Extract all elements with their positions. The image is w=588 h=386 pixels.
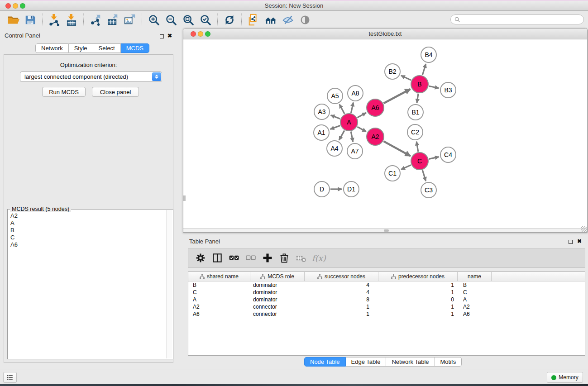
graph-node-B[interactable]: B: [411, 75, 429, 93]
mcds-result-item[interactable]: C: [10, 234, 173, 241]
graph-node-B1[interactable]: B1: [407, 104, 424, 120]
graph-edge-B-B2[interactable]: [401, 76, 411, 80]
column-header-shared-name[interactable]: shared name: [188, 272, 250, 281]
graph-node-A8[interactable]: A8: [347, 85, 363, 101]
save-session-button[interactable]: [22, 13, 39, 27]
run-mcds-button[interactable]: Run MCDS: [42, 87, 86, 97]
graph-edge-B-B4[interactable]: [422, 64, 426, 75]
import-table-button[interactable]: [63, 13, 80, 27]
graph-node-B3[interactable]: B3: [440, 82, 456, 98]
tab-network[interactable]: Network: [35, 43, 69, 53]
graph-node-C1[interactable]: C1: [384, 165, 401, 181]
network-vertical-scrollbar-thumb[interactable]: [183, 195, 186, 201]
mcds-result-item[interactable]: A6: [10, 241, 173, 248]
table-tab-node-table[interactable]: Node Table: [304, 357, 346, 367]
table-panel-close-button[interactable]: ✖: [576, 238, 583, 244]
result-scrollbar[interactable]: [166, 210, 172, 358]
graph-node-A4[interactable]: A4: [326, 140, 343, 157]
control-panel-close-button[interactable]: ✖: [167, 33, 173, 39]
select-all-button[interactable]: [226, 250, 242, 266]
import-network-button[interactable]: [46, 13, 63, 27]
window-resize-grip[interactable]: [581, 226, 587, 232]
network-window-titlebar[interactable]: testGlobe.txt: [183, 29, 587, 39]
delete-table-button[interactable]: [293, 250, 309, 266]
mcds-result-item[interactable]: B: [10, 227, 173, 234]
show-column-button[interactable]: [210, 250, 225, 266]
tab-select[interactable]: Select: [93, 43, 121, 53]
table-tab-motifs[interactable]: Motifs: [435, 357, 462, 367]
tab-mcds[interactable]: MCDS: [121, 43, 149, 53]
graph-edge-A-A3[interactable]: [331, 115, 340, 119]
graph-node-A1[interactable]: A1: [313, 124, 330, 141]
table-tab-network-table[interactable]: Network Table: [386, 357, 435, 367]
network-horizontal-scrollbar-thumb[interactable]: [384, 229, 389, 232]
graph-node-A[interactable]: A: [340, 113, 358, 131]
graph-edge-A-A6[interactable]: [357, 113, 366, 118]
control-panel-float-button[interactable]: [158, 33, 165, 39]
minimize-window-button[interactable]: [13, 3, 18, 9]
tab-style[interactable]: Style: [69, 43, 93, 53]
graph-node-A7[interactable]: A7: [347, 143, 363, 159]
graph-node-C[interactable]: C: [411, 152, 429, 170]
zoom-window-button[interactable]: [20, 3, 25, 9]
graph-node-A5[interactable]: A5: [327, 88, 343, 104]
table-row[interactable]: Bdominator41B: [188, 281, 585, 289]
task-history-button[interactable]: [3, 372, 17, 383]
graph-node-C4[interactable]: C4: [440, 147, 456, 163]
network-close-button[interactable]: [191, 31, 196, 37]
deselect-all-button[interactable]: [243, 250, 258, 266]
network-minimize-button[interactable]: [198, 31, 203, 37]
graph-node-C3[interactable]: C3: [421, 182, 437, 198]
refresh-layout-button[interactable]: [221, 13, 238, 27]
graph-edge-A2-C[interactable]: [383, 141, 411, 156]
graph-edge-A-A1[interactable]: [330, 125, 340, 129]
network-overview-button[interactable]: [262, 13, 279, 27]
graph-node-A6[interactable]: A6: [366, 99, 384, 117]
table-panel-float-button[interactable]: [567, 238, 574, 245]
network-zoom-button[interactable]: [205, 31, 210, 37]
column-header-MCDS-role[interactable]: MCDS role: [250, 272, 305, 281]
zoom-in-button[interactable]: [145, 13, 163, 27]
export-image-button[interactable]: [121, 13, 139, 27]
table-row[interactable]: Cdominator41C: [188, 289, 585, 296]
graph-node-D[interactable]: D: [314, 181, 330, 197]
column-header-successor-nodes[interactable]: successor nodes: [305, 272, 378, 281]
mcds-result-item[interactable]: A: [10, 219, 173, 227]
column-header-predecessor-nodes[interactable]: predecessor nodes: [378, 272, 458, 281]
network-canvas[interactable]: B4B2BB3A5A8A6A3B1AA1C2A2A4A7C4CC1DD1C3: [183, 40, 587, 228]
graph-node-A3[interactable]: A3: [314, 104, 330, 120]
column-header-name[interactable]: name: [458, 272, 492, 281]
graph-edge-A-A4[interactable]: [339, 130, 344, 140]
export-table-button[interactable]: [104, 13, 121, 27]
search-input[interactable]: [460, 15, 583, 24]
graph-edge-C-C1[interactable]: [401, 165, 411, 170]
delete-entry-button[interactable]: [277, 250, 292, 266]
zoom-selected-button[interactable]: [197, 13, 214, 27]
graph-edge-C-C4[interactable]: [429, 157, 439, 159]
graph-node-B4[interactable]: B4: [421, 47, 437, 63]
graph-edge-A6-B[interactable]: [384, 89, 411, 103]
zoom-fit-button[interactable]: [180, 13, 197, 27]
mcds-result-item[interactable]: A2: [10, 212, 173, 219]
search-field[interactable]: [450, 14, 584, 24]
show-eye-button[interactable]: [296, 13, 314, 27]
optimization-criterion-select[interactable]: largest connected component (directed): [20, 71, 162, 82]
table-row[interactable]: A2connector11A2: [188, 303, 585, 310]
table-tab-edge-table[interactable]: Edge Table: [346, 357, 387, 367]
zoom-out-button[interactable]: [163, 13, 180, 27]
table-row[interactable]: A6connector11A6: [188, 310, 585, 318]
graph-edge-A-A5[interactable]: [339, 105, 344, 114]
open-file-button[interactable]: [5, 13, 22, 27]
graph-edge-C-C2[interactable]: [416, 142, 418, 152]
graph-node-C2[interactable]: C2: [407, 124, 423, 140]
graph-edge-A-A7[interactable]: [351, 132, 353, 142]
close-panel-button[interactable]: Close panel: [92, 87, 139, 97]
export-network-button[interactable]: [87, 13, 104, 27]
duplicate-network-button[interactable]: [245, 13, 262, 27]
settings-gear-button[interactable]: [193, 250, 208, 266]
hide-details-button[interactable]: [279, 13, 296, 27]
graph-node-A2[interactable]: A2: [366, 128, 384, 146]
graph-edge-A-A8[interactable]: [351, 103, 354, 113]
graph-edge-B-B3[interactable]: [429, 86, 439, 88]
close-window-button[interactable]: [5, 3, 11, 9]
